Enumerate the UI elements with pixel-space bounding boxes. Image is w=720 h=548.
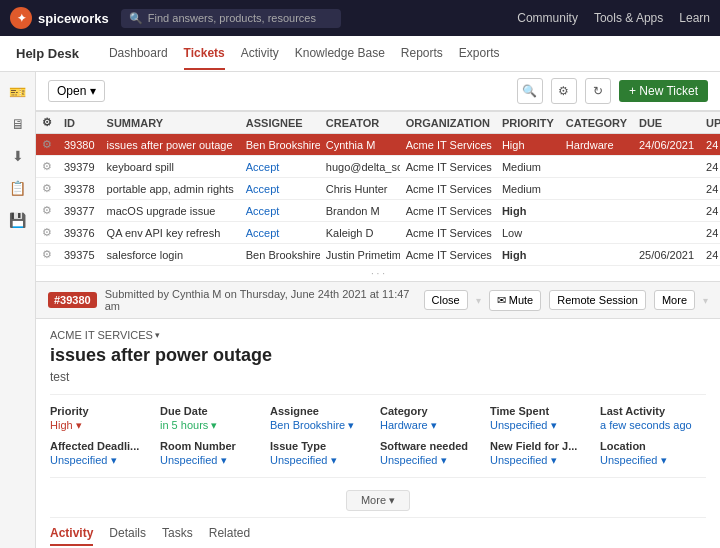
field-value[interactable]: Unspecified ▾ xyxy=(490,454,596,467)
col-due: DUE xyxy=(633,112,700,134)
row-assignee: Ben Brookshire xyxy=(240,244,320,266)
logo-area: ✦ spiceworks xyxy=(10,7,109,29)
col-category: CATEGORY xyxy=(560,112,633,134)
status-filter-button[interactable]: Open ▾ xyxy=(48,80,105,102)
table-divider: · · · xyxy=(36,266,720,281)
col-id: ID xyxy=(58,112,101,134)
row-due xyxy=(633,200,700,222)
field-value[interactable]: Unspecified ▾ xyxy=(270,454,376,467)
table-row[interactable]: ⚙ 39375 salesforce login Ben Brookshire … xyxy=(36,244,720,266)
field-value[interactable]: Unspecified ▾ xyxy=(380,454,486,467)
close-button[interactable]: Close xyxy=(424,290,468,310)
field-label: Issue Type xyxy=(270,440,376,452)
accept-link[interactable]: Accept xyxy=(246,183,280,195)
ticket-table-container: ⚙ ID SUMMARY ASSIGNEE CREATOR ORGANIZATI… xyxy=(36,111,720,266)
row-org: Acme IT Services xyxy=(400,244,496,266)
tab-activity[interactable]: Activity xyxy=(50,526,93,546)
refresh-toolbar-button[interactable]: ↻ xyxy=(585,78,611,104)
filter-toolbar-button[interactable]: ⚙ xyxy=(551,78,577,104)
ticket-field-item: Software needed Unspecified ▾ xyxy=(380,440,486,467)
field-value[interactable]: Unspecified ▾ xyxy=(50,454,156,467)
tab-dashboard[interactable]: Dashboard xyxy=(109,38,168,70)
row-id: 39377 xyxy=(58,200,101,222)
top-navigation: ✦ spiceworks 🔍 Find answers, products, r… xyxy=(0,0,720,36)
row-up: 24 xyxy=(700,134,720,156)
download-sidebar-icon[interactable]: ⬇ xyxy=(6,144,30,168)
tab-tickets[interactable]: Tickets xyxy=(184,38,225,70)
tickets-sidebar-icon[interactable]: 🎫 xyxy=(6,80,30,104)
table-row[interactable]: ⚙ 39377 macOS upgrade issue Accept Brand… xyxy=(36,200,720,222)
tab-tasks[interactable]: Tasks xyxy=(162,526,193,546)
row-category xyxy=(560,156,633,178)
row-id: 39379 xyxy=(58,156,101,178)
row-category xyxy=(560,244,633,266)
new-ticket-button[interactable]: + New Ticket xyxy=(619,80,708,102)
accept-link[interactable]: Accept xyxy=(246,161,280,173)
row-up: 24 xyxy=(700,200,720,222)
tab-related[interactable]: Related xyxy=(209,526,250,546)
tab-exports[interactable]: Exports xyxy=(459,38,500,70)
tools-link[interactable]: Tools & Apps xyxy=(594,11,663,25)
search-toolbar-button[interactable]: 🔍 xyxy=(517,78,543,104)
search-bar[interactable]: 🔍 Find answers, products, resources xyxy=(121,9,341,28)
field-label: Affected Deadli... xyxy=(50,440,156,452)
tab-activity[interactable]: Activity xyxy=(241,38,279,70)
field-value[interactable]: Unspecified ▾ xyxy=(490,419,596,432)
row-creator: Kaleigh D xyxy=(320,222,400,244)
field-value[interactable]: Hardware ▾ xyxy=(380,419,486,432)
monitor-sidebar-icon[interactable]: 🖥 xyxy=(6,112,30,136)
ticket-field-item: Last Activity a few seconds ago xyxy=(600,405,706,432)
row-due: 24/06/2021 xyxy=(633,134,700,156)
col-org: ORGANIZATION xyxy=(400,112,496,134)
org-dropdown-icon: ▾ xyxy=(155,330,160,340)
tab-reports[interactable]: Reports xyxy=(401,38,443,70)
learn-link[interactable]: Learn xyxy=(679,11,710,25)
accept-link[interactable]: Accept xyxy=(246,205,280,217)
more-actions-button[interactable]: More xyxy=(654,290,695,310)
subnav-links: Dashboard Tickets Activity Knowledge Bas… xyxy=(109,38,500,70)
community-link[interactable]: Community xyxy=(517,11,578,25)
row-assignee: Accept xyxy=(240,156,320,178)
field-value[interactable]: High ▾ xyxy=(50,419,156,432)
more-fields-button[interactable]: More ▾ xyxy=(346,490,410,511)
tab-knowledge-base[interactable]: Knowledge Base xyxy=(295,38,385,70)
ticket-field-item: Due Date in 5 hours ▾ xyxy=(160,405,266,432)
row-id: 39378 xyxy=(58,178,101,200)
row-settings: ⚙ xyxy=(36,200,58,222)
row-priority: High xyxy=(496,200,560,222)
row-org: Acme IT Services xyxy=(400,222,496,244)
ticket-field-item: Location Unspecified ▾ xyxy=(600,440,706,467)
field-value[interactable]: Unspecified ▾ xyxy=(160,454,266,467)
save-sidebar-icon[interactable]: 💾 xyxy=(6,208,30,232)
row-priority: Low xyxy=(496,222,560,244)
mute-button[interactable]: ✉ Mute xyxy=(489,290,542,311)
row-up: 24 xyxy=(700,178,720,200)
col-creator: CREATOR xyxy=(320,112,400,134)
field-value[interactable]: Unspecified ▾ xyxy=(600,454,706,467)
row-settings: ⚙ xyxy=(36,222,58,244)
tab-details[interactable]: Details xyxy=(109,526,146,546)
table-row[interactable]: ⚙ 39380 issues after power outage Ben Br… xyxy=(36,134,720,156)
field-value[interactable]: Ben Brookshire ▾ xyxy=(270,419,376,432)
table-row[interactable]: ⚙ 39376 QA env API key refresh Accept Ka… xyxy=(36,222,720,244)
remote-session-button[interactable]: Remote Session xyxy=(549,290,646,310)
row-up: 24 xyxy=(700,222,720,244)
row-category: Hardware xyxy=(560,134,633,156)
detail-tabs-row: ActivityDetailsTasksRelated xyxy=(50,518,706,546)
org-label: ACME IT SERVICES ▾ xyxy=(50,329,706,341)
row-creator: Justin Primetime xyxy=(320,244,400,266)
row-category xyxy=(560,200,633,222)
table-row[interactable]: ⚙ 39379 keyboard spill Accept hugo@delta… xyxy=(36,156,720,178)
row-settings: ⚙ xyxy=(36,134,58,156)
field-label: Room Number xyxy=(160,440,266,452)
accept-link[interactable]: Accept xyxy=(246,227,280,239)
report-sidebar-icon[interactable]: 📋 xyxy=(6,176,30,200)
ticket-field-item: Assignee Ben Brookshire ▾ xyxy=(270,405,376,432)
table-row[interactable]: ⚙ 39378 portable app, admin rights Accep… xyxy=(36,178,720,200)
field-value[interactable]: in 5 hours ▾ xyxy=(160,419,266,432)
top-nav-links: Community Tools & Apps Learn xyxy=(517,11,710,25)
col-assignee: ASSIGNEE xyxy=(240,112,320,134)
ticket-title: issues after power outage xyxy=(50,345,706,366)
field-value[interactable]: a few seconds ago xyxy=(600,419,706,431)
sidebar: 🎫 🖥 ⬇ 📋 💾 xyxy=(0,72,36,548)
